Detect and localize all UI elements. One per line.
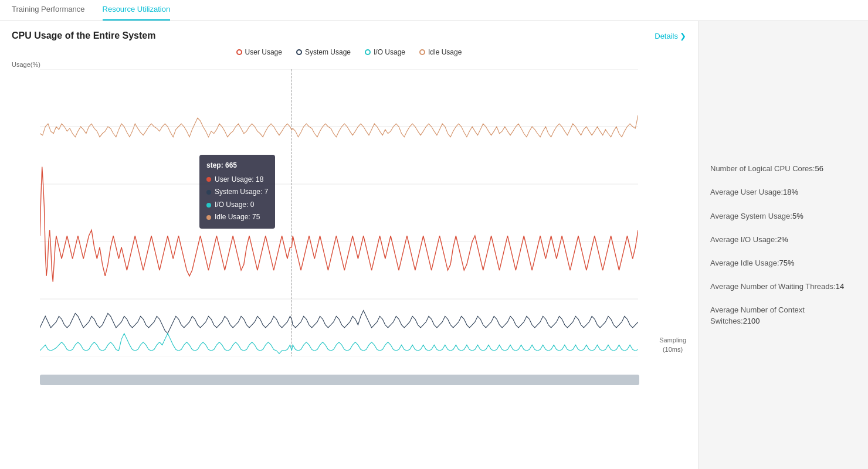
chart-header: CPU Usage of the Entire System Details ❯ bbox=[12, 30, 686, 41]
legend-dot-system bbox=[296, 49, 302, 55]
stat-label-5: Average Number of Waiting Threads: bbox=[710, 282, 836, 291]
tab-resource[interactable]: Resource Utilization bbox=[103, 0, 171, 21]
stat-label-4: Average Idle Usage: bbox=[710, 259, 779, 267]
stat-logical-cores: Number of Logical CPU Cores:56 bbox=[710, 164, 856, 174]
details-link[interactable]: Details ❯ bbox=[655, 32, 686, 40]
tab-training[interactable]: Training Performance bbox=[12, 0, 85, 21]
legend-label-io: I/O Usage bbox=[374, 48, 405, 56]
stats-sidebar: Number of Logical CPU Cores:56 Average U… bbox=[698, 21, 868, 469]
legend-idle: Idle Usage bbox=[419, 48, 462, 56]
tab-bar: Training Performance Resource Utilizatio… bbox=[0, 0, 868, 21]
legend-system: System Usage bbox=[296, 48, 351, 56]
chart-scrollbar[interactable] bbox=[40, 375, 639, 385]
stat-avg-user: Average User Usage:18% bbox=[710, 187, 856, 198]
chevron-right-icon: ❯ bbox=[680, 32, 686, 40]
y-axis-label: Usage(%) bbox=[12, 61, 40, 68]
legend-io: I/O Usage bbox=[365, 48, 405, 56]
stat-avg-system: Average System Usage:5% bbox=[710, 211, 856, 222]
chart-legend: User Usage System Usage I/O Usage Idle U… bbox=[12, 48, 686, 56]
legend-label-user: User Usage bbox=[245, 48, 282, 56]
stat-value-1: 18% bbox=[783, 188, 798, 196]
stat-value-6: 2100 bbox=[743, 317, 760, 325]
stat-value-0: 56 bbox=[815, 164, 823, 173]
stat-label-1: Average User Usage: bbox=[710, 188, 783, 196]
chart-area: CPU Usage of the Entire System Details ❯… bbox=[0, 21, 698, 469]
legend-dot-user bbox=[236, 49, 242, 55]
legend-user: User Usage bbox=[236, 48, 282, 56]
stat-avg-io: Average I/O Usage:2% bbox=[710, 235, 856, 245]
legend-dot-idle bbox=[419, 49, 425, 55]
stat-value-4: 75% bbox=[779, 259, 795, 267]
stat-avg-waiting: Average Number of Waiting Threads:14 bbox=[710, 281, 856, 292]
stat-value-2: 5% bbox=[792, 212, 803, 220]
stat-label-3: Average I/O Usage: bbox=[710, 235, 777, 244]
details-label: Details bbox=[655, 32, 678, 40]
chart-container[interactable]: Usage(%) 100 80 60 40 20 0 bbox=[12, 61, 686, 372]
sampling-label: Sampling(10ms) bbox=[659, 336, 686, 354]
stat-avg-context: Average Number of Context Switches:2100 bbox=[710, 305, 856, 326]
legend-label-idle: Idle Usage bbox=[428, 48, 462, 56]
chart-svg[interactable]: 100 80 60 40 20 0 1 23 45 bbox=[40, 69, 638, 356]
stat-value-3: 2% bbox=[777, 235, 788, 244]
stat-label-2: Average System Usage: bbox=[710, 212, 792, 220]
legend-label-system: System Usage bbox=[305, 48, 351, 56]
chart-title: CPU Usage of the Entire System bbox=[12, 30, 155, 41]
stat-avg-idle: Average Idle Usage:75% bbox=[710, 258, 856, 269]
scrollbar-thumb[interactable] bbox=[40, 375, 639, 385]
legend-dot-io bbox=[365, 49, 371, 55]
main-content: CPU Usage of the Entire System Details ❯… bbox=[0, 21, 868, 469]
stat-label-0: Number of Logical CPU Cores: bbox=[710, 164, 815, 173]
stat-value-5: 14 bbox=[836, 282, 844, 291]
